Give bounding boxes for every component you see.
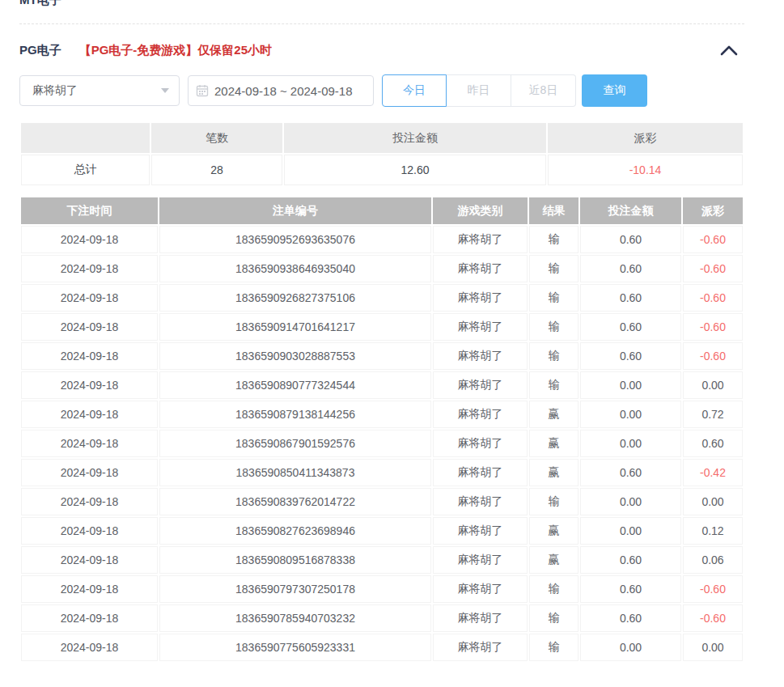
result-cell: 赢 <box>529 517 578 545</box>
bet-time-cell: 2024-09-18 <box>21 459 158 486</box>
bet-time-cell: 2024-09-18 <box>21 575 158 603</box>
game-category-cell: 麻将胡了 <box>433 604 528 632</box>
result-cell: 输 <box>529 604 578 632</box>
column-header-bet-amount: 投注金额 <box>580 197 681 224</box>
order-number-cell: 1836590914701641217 <box>159 313 431 341</box>
order-number-cell: 1836590926827375106 <box>159 284 431 312</box>
payout-cell: 0.00 <box>683 371 743 399</box>
bet-amount-cell: 0.00 <box>580 634 681 661</box>
bet-amount-cell: 0.60 <box>580 313 681 341</box>
game-category-cell: 麻将胡了 <box>433 488 528 515</box>
payout-cell: 0.12 <box>683 517 743 545</box>
bet-time-cell: 2024-09-18 <box>21 488 158 515</box>
chevron-up-icon[interactable] <box>720 45 738 56</box>
result-cell: 输 <box>529 284 578 312</box>
payout-cell: 0.00 <box>683 488 743 515</box>
order-number-cell: 1836590867901592576 <box>159 430 431 457</box>
summary-total-row: 总计 28 12.60 -10.14 <box>21 155 743 185</box>
bet-time-cell: 2024-09-18 <box>21 604 158 632</box>
table-row: 2024-09-181836590775605923331麻将胡了输0.000.… <box>21 634 743 661</box>
bet-amount-cell: 0.60 <box>580 459 681 486</box>
summary-header-count: 笔数 <box>151 123 282 153</box>
table-row: 2024-09-181836590809516878338麻将胡了赢0.600.… <box>21 546 743 574</box>
table-row: 2024-09-181836590903028887553麻将胡了输0.60-0… <box>21 342 743 370</box>
game-category-cell: 麻将胡了 <box>433 634 528 661</box>
payout-cell: 0.06 <box>683 546 743 574</box>
bet-amount-cell: 0.60 <box>580 546 681 574</box>
order-number-cell: 1836590775605923331 <box>159 634 431 661</box>
summary-count-value: 28 <box>151 155 282 185</box>
order-number-cell: 1836590903028887553 <box>159 342 431 370</box>
search-button[interactable]: 查询 <box>582 74 647 107</box>
bet-time-cell: 2024-09-18 <box>21 634 158 661</box>
order-number-cell: 1836590938646935040 <box>159 255 431 282</box>
column-header-bet-time: 下注时间 <box>21 197 158 224</box>
order-number-cell: 1836590785940703232 <box>159 604 431 632</box>
summary-header-row: 笔数 投注金额 派彩 <box>21 123 743 153</box>
payout-cell: 0.60 <box>683 430 743 457</box>
date-range-input[interactable]: 2024-09-18 ~ 2024-09-18 <box>188 75 374 106</box>
table-row: 2024-09-181836590952693635076麻将胡了输0.60-0… <box>21 226 743 253</box>
table-row: 2024-09-181836590890777324544麻将胡了输0.000.… <box>21 371 743 399</box>
result-cell: 输 <box>529 634 578 661</box>
column-header-payout: 派彩 <box>683 197 743 224</box>
order-number-cell: 1836590952693635076 <box>159 226 431 253</box>
bet-amount-cell: 0.60 <box>580 342 681 370</box>
column-header-order-number: 注单编号 <box>159 197 431 224</box>
result-cell: 输 <box>529 313 578 341</box>
table-row: 2024-09-181836590827623698946麻将胡了赢0.000.… <box>21 517 743 545</box>
date-preset-group: 今日 昨日 近8日 <box>382 74 576 107</box>
payout-cell: 0.72 <box>683 401 743 428</box>
order-number-cell: 1836590839762014722 <box>159 488 431 515</box>
payout-cell: -0.42 <box>683 459 743 486</box>
summary-header-empty <box>21 123 150 153</box>
column-header-game-category: 游戏类别 <box>433 197 528 224</box>
order-number-cell: 1836590850411343873 <box>159 459 431 486</box>
bet-amount-cell: 0.60 <box>580 604 681 632</box>
section-notice: 【PG电子-免费游戏】仅保留25小时 <box>79 43 272 58</box>
order-number-cell: 1836590879138144256 <box>159 401 431 428</box>
caret-down-icon <box>161 88 169 93</box>
bet-time-cell: 2024-09-18 <box>21 401 158 428</box>
bet-amount-cell: 0.00 <box>580 401 681 428</box>
section-divider <box>19 23 744 24</box>
table-row: 2024-09-181836590839762014722麻将胡了输0.000.… <box>21 488 743 515</box>
payout-cell: -0.60 <box>683 255 743 282</box>
bet-time-cell: 2024-09-18 <box>21 517 158 545</box>
bet-time-cell: 2024-09-18 <box>21 313 158 341</box>
table-row: 2024-09-181836590797307250178麻将胡了输0.60-0… <box>21 575 743 603</box>
game-category-cell: 麻将胡了 <box>433 459 528 486</box>
order-number-cell: 1836590797307250178 <box>159 575 431 603</box>
table-row: 2024-09-181836590785940703232麻将胡了输0.60-0… <box>21 604 743 632</box>
result-cell: 输 <box>529 575 578 603</box>
summary-total-label: 总计 <box>21 155 150 185</box>
payout-cell: -0.60 <box>683 284 743 312</box>
bet-amount-cell: 0.60 <box>580 255 681 282</box>
result-cell: 赢 <box>529 546 578 574</box>
date-range-value: 2024-09-18 ~ 2024-09-18 <box>214 84 353 98</box>
preset-last8days-button[interactable]: 近8日 <box>511 74 576 107</box>
bet-time-cell: 2024-09-18 <box>21 342 158 370</box>
prev-section-title: MT电子 <box>19 0 744 9</box>
section-header: PG电子 【PG电子-免费游戏】仅保留25小时 <box>19 41 744 59</box>
bet-time-cell: 2024-09-18 <box>21 284 158 312</box>
game-category-cell: 麻将胡了 <box>433 255 528 282</box>
table-row: 2024-09-181836590879138144256麻将胡了赢0.000.… <box>21 401 743 428</box>
game-select[interactable]: 麻将胡了 <box>19 75 180 106</box>
bets-table: 下注时间注单编号游戏类别结果投注金额派彩 2024-09-18183659095… <box>19 196 744 663</box>
summary-header-bet-amount: 投注金额 <box>284 123 546 153</box>
preset-today-button[interactable]: 今日 <box>382 74 447 107</box>
game-category-cell: 麻将胡了 <box>433 546 528 574</box>
result-cell: 输 <box>529 342 578 370</box>
result-cell: 输 <box>529 226 578 253</box>
preset-yesterday-button[interactable]: 昨日 <box>447 74 511 107</box>
result-cell: 赢 <box>529 401 578 428</box>
order-number-cell: 1836590827623698946 <box>159 517 431 545</box>
bet-amount-cell: 0.00 <box>580 371 681 399</box>
bets-header-row: 下注时间注单编号游戏类别结果投注金额派彩 <box>21 197 743 224</box>
table-row: 2024-09-181836590938646935040麻将胡了输0.60-0… <box>21 255 743 282</box>
bet-time-cell: 2024-09-18 <box>21 430 158 457</box>
payout-cell: -0.60 <box>683 575 743 603</box>
bet-amount-cell: 0.60 <box>580 575 681 603</box>
table-row: 2024-09-181836590867901592576麻将胡了赢0.000.… <box>21 430 743 457</box>
